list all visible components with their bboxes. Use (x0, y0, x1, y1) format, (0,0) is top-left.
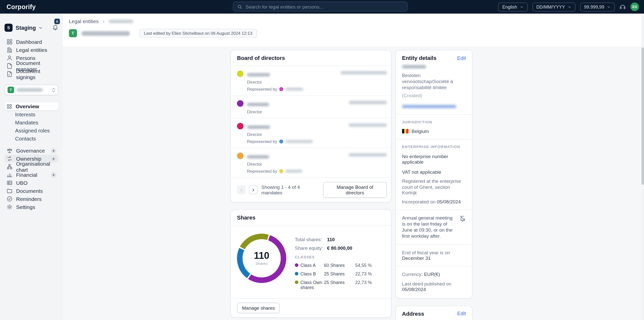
enterprise-information-label: ENTERPRISE INFORMATION (402, 144, 466, 149)
manage-board-button[interactable]: Manage Board of directors (323, 182, 387, 198)
pagination-prev-button[interactable] (237, 185, 246, 194)
sidebar-item-financial[interactable]: Financial (5, 171, 58, 179)
gear-icon (7, 204, 13, 210)
divider (396, 139, 472, 139)
mandate-role: Director (247, 109, 269, 114)
sidebar-item-document-signings[interactable]: Document signings (5, 70, 58, 78)
sidebar: S Staging 6 Dashboard Legal entities Per… (0, 14, 63, 320)
redacted-mandate-dates (349, 123, 387, 127)
divider (396, 114, 472, 115)
sidebar-item-reminders[interactable]: Reminders (5, 195, 58, 203)
content-body: Board of directors Director Represented … (63, 46, 644, 320)
pagination-next-button[interactable] (249, 185, 258, 194)
sidebar-item-interests[interactable]: Interests (5, 110, 58, 118)
search-icon (237, 4, 243, 9)
redacted-mandate-dates (349, 153, 387, 157)
sidebar-item-overview[interactable]: Overview (5, 102, 58, 110)
topbar: Corporify English DD/MM/YYYY 99.999,99 E… (0, 0, 644, 14)
app-logo[interactable]: Corporify (7, 3, 36, 10)
sidebar-item-label: UBO (16, 180, 28, 186)
sidebar-item-legal-entities[interactable]: Legal entities (5, 46, 58, 54)
total-shares-label: Total shares: (295, 237, 327, 242)
mandate-row[interactable]: Director Represented by (231, 118, 391, 148)
represented-by-label: Represented by (247, 139, 277, 144)
language-select[interactable]: English (498, 2, 528, 11)
global-search[interactable] (233, 2, 408, 12)
page-header: Legal entities T Last edited by Ellen St… (63, 14, 644, 46)
main-nav: Dashboard Legal entities Persons Documen… (5, 38, 58, 78)
shares-card: Shares 110 Shares Total shares: (230, 209, 391, 318)
document-icon (7, 63, 13, 69)
scrollbar-thumb[interactable] (641, 47, 644, 185)
mandate-row[interactable]: Director (231, 96, 391, 118)
class-percent: 22,73 % (355, 280, 385, 285)
entity-avatar: T (69, 29, 77, 37)
entity-avatar: T (8, 87, 14, 93)
modules-nav: Governance Ownership Organisational char… (5, 147, 58, 211)
sidebar-item-contacts[interactable]: Contacts (5, 134, 58, 143)
total-shares: 110 (327, 237, 385, 242)
sidebar-item-mandates[interactable]: Mandates (5, 118, 58, 126)
chevron-right-icon (251, 188, 256, 192)
class-name: Class B (300, 271, 316, 276)
sidebar-item-label: Overview (16, 103, 39, 109)
currency-label: Currency: (402, 271, 423, 277)
incorporated-date: 05/08/2024 (437, 199, 461, 205)
redacted-website-link[interactable] (402, 104, 456, 108)
sidebar-item-settings[interactable]: Settings (5, 203, 58, 211)
workspace-switcher[interactable]: S Staging 6 (5, 23, 58, 33)
redacted-director-name (247, 125, 270, 129)
sidebar-item-ubo[interactable]: UBO (5, 179, 58, 187)
fiscal-year-date: December 31 (402, 255, 431, 261)
entity-selector[interactable]: T (5, 85, 58, 95)
vat-status: VAT not applicable (402, 169, 466, 174)
shares-donut: 110 Shares (237, 234, 286, 283)
building-icon (7, 47, 13, 53)
number-format-select[interactable]: 99.999,99 (580, 2, 615, 11)
date-format-select[interactable]: DD/MM/YYYY (532, 2, 576, 11)
mandate-row[interactable]: Director Represented by (231, 66, 391, 96)
plus-icon (52, 157, 55, 160)
ownership-icon (7, 156, 13, 162)
bar-chart-icon (7, 172, 13, 178)
class-percent: 54,55 % (355, 263, 385, 268)
incorporated-label: Incorporated on (402, 199, 435, 205)
bell-off-icon[interactable] (459, 215, 466, 222)
sidebar-item-documents[interactable]: Documents (5, 187, 58, 195)
redacted-mandate-dates (341, 71, 387, 75)
edit-entity-details-link[interactable]: Edit (457, 55, 466, 61)
support-button[interactable] (619, 4, 626, 10)
sidebar-item-assigned-roles[interactable]: Assigned roles (5, 126, 58, 134)
page-scrollbar[interactable] (641, 14, 644, 320)
add-governance-button[interactable] (51, 148, 56, 153)
director-avatar (237, 100, 244, 107)
folder-icon (7, 188, 13, 194)
headset-icon (619, 4, 626, 10)
add-financial-button[interactable] (51, 172, 56, 177)
manage-shares-button[interactable]: Manage shares (237, 303, 280, 313)
edit-address-link[interactable]: Edit (457, 311, 466, 316)
language-select-value: English (502, 4, 517, 9)
fiscal-year-label: End of fiscal year is on (402, 250, 450, 255)
class-shares: 60 Shares (324, 263, 355, 268)
workspace-name: Staging (16, 25, 36, 31)
notifications-button[interactable]: 6 (52, 23, 58, 32)
redacted-mandate-dates (349, 101, 387, 104)
divider (396, 244, 472, 245)
user-avatar[interactable]: ES (630, 3, 639, 11)
breadcrumb-legal-entities[interactable]: Legal entities (69, 19, 99, 24)
share-equity: € 80.000,00 (327, 245, 385, 251)
entity-header: T Last edited by Ellen Stichelbaut on 06… (69, 29, 644, 38)
plus-icon (52, 149, 55, 152)
director-avatar (237, 70, 244, 77)
sidebar-item-label: Settings (16, 204, 35, 210)
belgium-flag-icon (402, 129, 409, 133)
sidebar-item-label: Governance (16, 148, 45, 154)
sidebar-item-dashboard[interactable]: Dashboard (5, 38, 58, 46)
sidebar-item-organisational-chart[interactable]: Organisational chart (5, 163, 58, 171)
mandate-row[interactable]: Director Represented by (231, 148, 391, 178)
sidebar-item-governance[interactable]: Governance (5, 147, 58, 155)
select-chevrons-icon (52, 87, 55, 92)
class-name: Class Own shares (300, 280, 324, 290)
search-input[interactable] (246, 4, 404, 9)
